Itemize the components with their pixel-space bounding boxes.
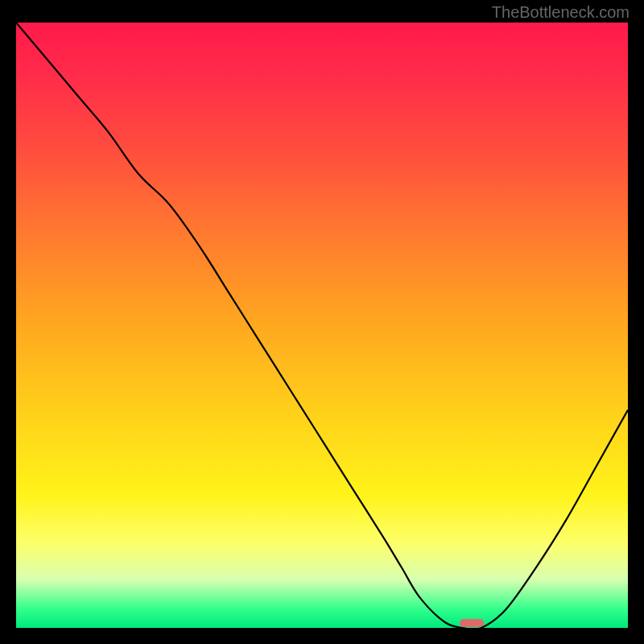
- chart-plot-area: [16, 23, 628, 628]
- bottleneck-curve: [16, 23, 628, 628]
- optimal-point-marker: [460, 619, 484, 628]
- watermark-text: TheBottleneck.com: [492, 3, 630, 22]
